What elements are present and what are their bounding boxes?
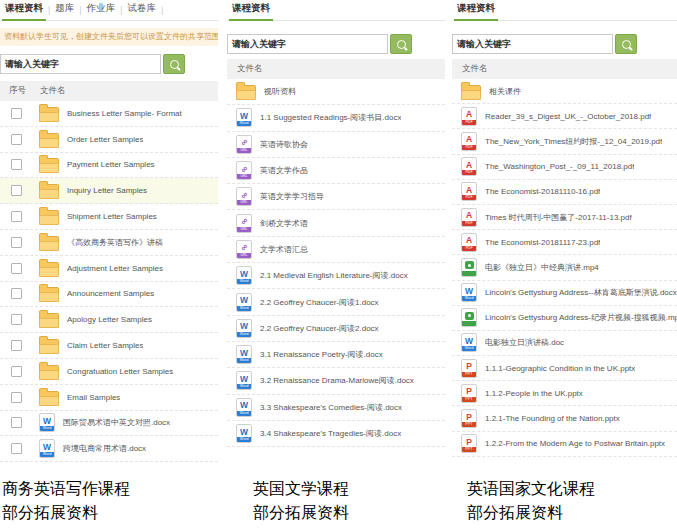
file-row[interactable]: WWord电影独立日演讲稿.doc [452,331,677,356]
search-icon [622,40,631,49]
file-row[interactable]: WWord2.1 Medieval English Literature-阅读.… [227,263,445,289]
row-checkbox[interactable] [11,288,22,299]
file-badge-label: Word [240,333,249,336]
file-row[interactable]: Adjustment Letter Samples [0,256,218,282]
file-row[interactable]: PPPT1.2.1-The Founding of the Nation.ppt… [452,406,677,431]
file-row[interactable]: ∞URL英语文学学习指导 [227,184,445,210]
file-row[interactable]: Lincoln's Gettysburg Address-纪录片视频-搜狐视频.… [452,306,677,331]
file-row[interactable]: APDFThe Economist-20181110-16.pdf [452,180,677,205]
file-glyph: ∞ [239,216,249,226]
file-row[interactable]: WWord2.2 Geoffrey Chaucer-阅读2.docx [227,316,445,342]
search-bar: 请输入关键字 [0,54,185,74]
row-checkbox[interactable] [11,134,22,145]
search-button[interactable] [163,54,185,74]
row-checkbox[interactable] [11,443,22,454]
file-row[interactable]: PPPT1.2.2-From the Modern Age to Postwar… [452,432,677,457]
file-row[interactable]: ∞URL英语文学作品 [227,158,445,184]
word-icon: WWord [236,293,252,312]
folder-icon [39,262,59,277]
tab-homework-bank[interactable]: 作业库 [84,2,119,20]
file-row[interactable]: ∞URL剑桥文学术语 [227,210,445,236]
caption-line-2: 部分拓展资料 [253,501,349,525]
file-row[interactable]: Payment Letter Samples [0,153,218,179]
file-row[interactable]: 视听资料 [227,79,445,105]
file-badge: URL [237,200,251,205]
folder-icon [39,339,59,354]
file-badge: PPT [462,372,476,377]
file-row[interactable]: WWord2.2 Geoffrey Chaucer-阅读1.docx [227,289,445,315]
file-glyph: ∞ [239,190,249,200]
file-row[interactable]: APDFThe_New_York_Times纽约时报-_12_04_2019.p… [452,129,677,154]
tab-course-materials[interactable]: 课程资料 [2,2,46,20]
file-badge-label: PPT [465,423,472,426]
search-placeholder: 请输入关键字 [457,38,511,51]
file-badge: Word [40,426,54,431]
file-row[interactable]: WWord1.1 Suggested Readings-阅读书目.docx [227,105,445,131]
tab-exam-bank[interactable]: 试卷库 [125,2,160,20]
tab-question-bank[interactable]: 题库 [52,2,77,20]
file-row[interactable]: WWord3.3 Shakespeare's Comedies-阅读.docx [227,395,445,421]
row-checkbox[interactable] [11,159,22,170]
file-row[interactable]: PPPT1.1.2-People in the UK.pptx [452,381,677,406]
file-row[interactable]: 相关课件 [452,79,677,104]
file-row[interactable]: WWord跨境电商常用术语.docx [0,436,218,462]
file-row[interactable]: Business Letter Sample- Format [0,101,218,127]
row-checkbox[interactable] [11,237,22,248]
file-row[interactable]: Apology Letter Samples [0,307,218,333]
file-row[interactable]: Inquiry Letter Samples [0,178,218,204]
caption-line-1: 英语国家文化课程 [467,477,595,501]
word-icon: WWord [236,424,252,443]
file-row[interactable]: WWord3.2 Renaissance Drama-Marlowe阅读.doc… [227,368,445,394]
row-checkbox[interactable] [11,314,22,325]
file-row[interactable]: WWordLincoln's Gettysburg Address--林肯葛底斯… [452,281,677,306]
file-row[interactable]: WWord3.4 Shakespeare's Tragedies-阅读.docx [227,421,445,447]
folder-icon [39,107,59,122]
search-placeholder: 请输入关键字 [5,58,59,71]
file-row[interactable]: WWord3.1 Renaissance Poetry-阅读.docx [227,342,445,368]
file-badge: Word [462,296,476,301]
tab-bar: 课程资料 [452,0,677,21]
row-checkbox[interactable] [11,392,22,403]
file-row[interactable]: ∞URL英语诗歌协会 [227,132,445,158]
file-row[interactable]: Order Letter Samples [0,127,218,153]
file-row[interactable]: APDFReader_39_s_Digest_UK_-_October_2018… [452,104,677,129]
file-row[interactable]: 《高效商务英语写作》讲稿 [0,230,218,256]
file-badge: PPT [462,447,476,452]
tab-course-materials[interactable]: 课程资料 [229,2,273,20]
row-checkbox[interactable] [11,366,22,377]
search-input[interactable]: 请输入关键字 [0,54,161,74]
notice-banner: 资料默认学生可见，创建文件夹后您可以设置文件的共享范围 [0,28,218,46]
row-checkbox[interactable] [11,417,22,428]
file-row[interactable]: Claim Letter Samples [0,333,218,359]
file-row[interactable]: APDFThe Economist-20181117-23.pdf [452,230,677,255]
row-checkbox[interactable] [11,108,22,119]
row-checkbox[interactable] [11,263,22,274]
column-header-index: 序号 [0,85,37,97]
file-row[interactable]: ∞URL文学术语汇总 [227,237,445,263]
file-row[interactable]: Announcement Samples [0,282,218,308]
search-button[interactable] [615,34,637,54]
file-row[interactable]: PPPT1.1.1-Geographic Condition in the UK… [452,356,677,381]
file-row[interactable]: Congratuation Letter Samples [0,359,218,385]
file-row[interactable]: APDFTimes 时代周刊-中国赢了-2017-11-13.pdf [452,205,677,230]
search-input[interactable]: 请输入关键字 [227,34,388,54]
file-row[interactable]: WWord国际贸易术语中英文对照.docx [0,411,218,437]
file-row[interactable]: Email Samples [0,385,218,411]
file-badge: PDF [462,145,476,150]
folder-icon [39,184,59,199]
file-row[interactable]: APDFThe_Washington_Post_-_09_11_2018.pdf [452,155,677,180]
file-row[interactable]: Shipment Letter Samples [0,204,218,230]
file-glyph: A [466,211,472,219]
search-input[interactable]: 请输入关键字 [452,34,613,54]
file-name: 国际贸易术语中英文对照.docx [63,417,170,428]
row-checkbox[interactable] [11,211,22,222]
row-checkbox[interactable] [11,185,22,196]
file-badge-label: PDF [465,222,472,225]
column-header-filename: 文件名 [452,63,488,75]
search-button[interactable] [390,34,412,54]
file-badge: Word [40,452,54,457]
file-row[interactable]: 电影《独立日》中经典演讲.mp4 [452,255,677,280]
tab-separator: | [159,5,165,20]
row-checkbox[interactable] [11,340,22,351]
tab-course-materials[interactable]: 课程资料 [454,2,498,20]
